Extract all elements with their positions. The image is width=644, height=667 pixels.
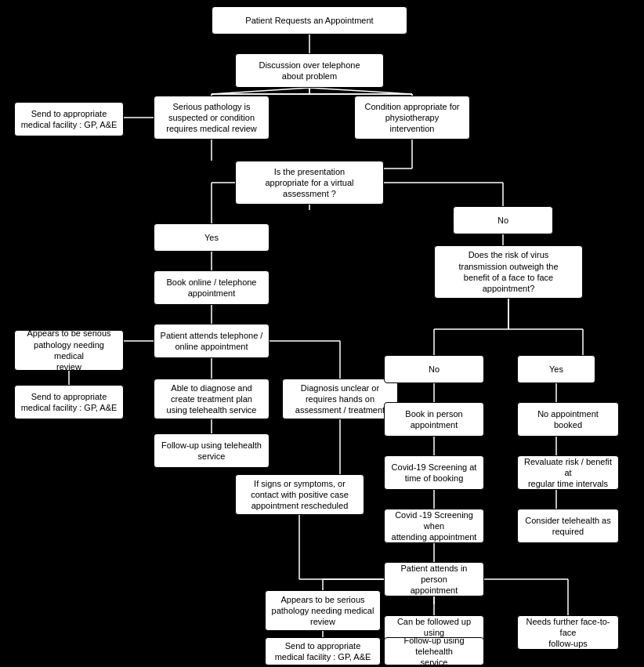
book-in-person-box: Book in personappointment xyxy=(384,402,484,437)
no-risk-box: No xyxy=(384,355,484,383)
svg-line-5 xyxy=(212,88,309,94)
needs-further-box: Needs further face-to-facefollow-ups xyxy=(517,615,619,650)
no-appointment-box: No appointment booked xyxy=(517,402,619,437)
send-appropriate-1-box: Send to appropriatemedical facility : GP… xyxy=(14,102,124,136)
appears-serious-1-box: Appears to be seriouspathology needing m… xyxy=(14,330,124,371)
patient-attends-person-box: Patient attends in personappointment xyxy=(384,562,484,596)
yes-risk-box: Yes xyxy=(517,355,595,383)
consider-telehealth-box: Consider telehealth asrequired xyxy=(517,509,619,543)
patient-attends-tel-box: Patient attends telephone /online appoin… xyxy=(154,324,270,358)
does-risk-box: Does the risk of virustransmission outwe… xyxy=(434,245,583,299)
send-appropriate-2-box: Send to appropriatemedical facility : GP… xyxy=(14,385,124,419)
condition-appropriate-box: Condition appropriate forphysiotherapyin… xyxy=(354,96,470,140)
covid-screening-booking-box: Covid-19 Screening attime of booking xyxy=(384,455,484,490)
patient-request-box: Patient Requests an Appointment xyxy=(212,6,407,34)
book-online-box: Book online / telephoneappointment xyxy=(154,270,270,305)
svg-line-6 xyxy=(309,88,412,94)
is-presentation-box: Is the presentationappropriate for a vir… xyxy=(235,161,384,205)
covid-screening-attend-box: Covid -19 Screening whenattending appoin… xyxy=(384,509,484,543)
discussion-box: Discussion over telephoneabout problem xyxy=(235,53,384,88)
yes-box: Yes xyxy=(154,223,270,252)
if-signs-box: If signs or symptoms, orcontact with pos… xyxy=(235,474,364,515)
serious-pathology-box: Serious pathology issuspected or conditi… xyxy=(154,96,270,140)
diagnosis-unclear-box: Diagnosis unclear orrequires hands onass… xyxy=(282,379,398,419)
followup-telehealth-2-box: Follow-up using telehealthservice xyxy=(384,637,484,665)
followup-telehealth-box: Follow-up using telehealthservice xyxy=(154,433,270,468)
able-diagnose-box: Able to diagnose andcreate treatment pla… xyxy=(154,379,270,419)
flowchart: Patient Requests an Appointment Discussi… xyxy=(0,0,644,667)
revaluate-risk-box: Revaluate risk / benefit atregular time … xyxy=(517,455,619,490)
send-appropriate-3-box: Send to appropriatemedical facility : GP… xyxy=(265,637,381,665)
appears-serious-2-box: Appears to be seriouspathology needing m… xyxy=(265,590,381,631)
no-box: No xyxy=(453,206,553,234)
